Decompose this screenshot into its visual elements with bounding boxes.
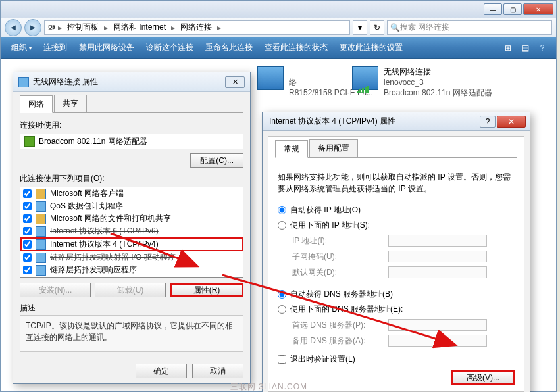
- tab-sharing[interactable]: 共享: [54, 95, 87, 112]
- search-input[interactable]: 🔍 搜索 网络连接: [387, 20, 552, 35]
- nav-forward-button[interactable]: ►: [24, 19, 41, 36]
- tabs: 常规 备用配置: [275, 139, 517, 158]
- tab-network[interactable]: 网络: [20, 95, 53, 113]
- nav-back-button[interactable]: ◄: [5, 19, 22, 36]
- mask-input[interactable]: [388, 251, 487, 262]
- service-icon: [36, 214, 46, 224]
- radio-label: 使用下面的 DNS 服务器地址(E):: [290, 304, 403, 315]
- cmd-organize[interactable]: 组织▾: [7, 39, 36, 56]
- ipv4-properties-dialog: Internet 协议版本 4 (TCP/IPv4) 属性 ? ✕ 常规 备用配…: [262, 112, 530, 392]
- item-checkbox[interactable]: [23, 189, 32, 198]
- protocol-icon: [36, 226, 46, 237]
- dialog-close-button[interactable]: ✕: [497, 116, 526, 128]
- field-label: 默认网关(D):: [292, 267, 384, 278]
- ip-input[interactable]: [388, 235, 487, 247]
- dialog-footer: 确定 取消: [13, 358, 250, 383]
- radio-input[interactable]: [278, 290, 286, 299]
- list-item[interactable]: QoS 数据包计划程序: [20, 200, 243, 212]
- layout-icon[interactable]: ▤: [518, 41, 532, 55]
- refresh-button[interactable]: ↻: [370, 20, 384, 35]
- dropdown-history-button[interactable]: ▾: [353, 20, 367, 35]
- list-item[interactable]: Microsoft 网络客户端: [20, 187, 243, 200]
- advanced-button[interactable]: 高级(V)...: [451, 370, 515, 385]
- dialog-title-bar: Internet 协议版本 4 (TCP/IPv4) 属性 ? ✕: [263, 112, 530, 131]
- item-checkbox[interactable]: [23, 266, 32, 274]
- configure-button[interactable]: 配置(C)...: [190, 153, 243, 168]
- network-adapter-icon: [257, 66, 284, 90]
- close-button[interactable]: ✕: [523, 3, 553, 15]
- item-label: 链路层拓扑发现响应程序: [50, 264, 137, 276]
- connect-using-label: 连接时使用:: [20, 120, 243, 131]
- radio-input[interactable]: [278, 305, 286, 314]
- dialog-title: Internet 协议版本 4 (TCP/IPv4) 属性: [267, 116, 480, 127]
- list-item[interactable]: Internet 协议版本 6 (TCP/IPv6): [20, 225, 243, 237]
- uninstall-button[interactable]: 卸载(U): [95, 283, 166, 297]
- item-checkbox[interactable]: [23, 253, 32, 262]
- tab-general[interactable]: 常规: [275, 140, 308, 158]
- cmd-change-settings[interactable]: 更改此连接的设置: [336, 39, 407, 56]
- dns1-input[interactable]: [388, 319, 487, 331]
- item-label: 链路层拓扑发现映射器 I/O 驱动程序: [50, 252, 176, 263]
- breadcrumb-icon: 🖳: [47, 23, 55, 32]
- adapter-properties-dialog: 无线网络连接 属性 ✕ 网络 共享 连接时使用: Broadcom 802.11…: [13, 72, 251, 384]
- item-checkbox[interactable]: [23, 227, 32, 235]
- help-button[interactable]: ?: [480, 116, 496, 128]
- protocol-icon: [36, 265, 46, 276]
- item-buttons: 安装(N)... 卸载(U) 属性(R): [20, 283, 243, 297]
- cmd-disable[interactable]: 禁用此网络设备: [75, 39, 138, 56]
- radio-auto-ip[interactable]: 自动获得 IP 地址(O): [275, 203, 517, 218]
- list-item[interactable]: Microsoft 网络的文件和打印机共享: [20, 212, 243, 225]
- protocol-icon: [36, 239, 46, 250]
- list-item-ipv4[interactable]: Internet 协议版本 4 (TCP/IPv4): [20, 237, 243, 251]
- cancel-button[interactable]: 取消: [192, 364, 243, 378]
- view-icon[interactable]: ⊞: [501, 41, 515, 55]
- items-listbox[interactable]: Microsoft 网络客户端 QoS 数据包计划程序 Microsoft 网络…: [20, 187, 243, 278]
- preferred-dns-field: 首选 DNS 服务器(P):: [275, 317, 517, 333]
- gateway-input[interactable]: [388, 266, 487, 278]
- tabs: 网络 共享: [20, 95, 243, 113]
- adapter-field: Broadcom 802.11n 网络适配器: [20, 134, 243, 149]
- nic-icon: [24, 136, 35, 147]
- subnet-mask-field: 子网掩码(U):: [275, 249, 517, 264]
- help-icon[interactable]: ?: [535, 41, 549, 55]
- client-icon: [36, 189, 46, 199]
- crumb-2[interactable]: 网络和 Internet: [111, 22, 168, 33]
- list-item[interactable]: 链路层拓扑发现映射器 I/O 驱动程序: [20, 251, 243, 264]
- crumb-1[interactable]: 控制面板: [64, 22, 101, 33]
- radio-manual-ip[interactable]: 使用下面的 IP 地址(S):: [275, 218, 517, 233]
- list-item[interactable]: 链路层拓扑发现响应程序: [20, 264, 243, 276]
- crumb-3[interactable]: 网络连接: [178, 22, 215, 33]
- maximize-button[interactable]: ▢: [503, 3, 522, 15]
- item-checkbox[interactable]: [23, 240, 32, 249]
- cmd-diagnose[interactable]: 诊断这个连接: [142, 39, 197, 56]
- radio-input[interactable]: [278, 206, 286, 214]
- radio-manual-dns[interactable]: 使用下面的 DNS 服务器地址(E):: [275, 302, 517, 317]
- radio-auto-dns[interactable]: 自动获得 DNS 服务器地址(B): [275, 287, 517, 302]
- chevron-right-icon: ▸: [217, 23, 221, 32]
- properties-button[interactable]: 属性(R): [170, 283, 243, 297]
- ok-button[interactable]: 确定: [136, 364, 187, 378]
- cmd-view-status[interactable]: 查看此连接的状态: [261, 39, 332, 56]
- dialog-close-button[interactable]: ✕: [225, 76, 245, 88]
- breadcrumb[interactable]: 🖳 ▸ 控制面板 ▸ 网络和 Internet ▸ 网络连接 ▸: [44, 20, 350, 35]
- item-label: Microsoft 网络客户端: [50, 188, 124, 199]
- service-icon: [36, 201, 46, 212]
- network-item-wifi[interactable]: 无线网络连接 lenovocc_3 Broadcom 802.11n 网络适配器: [352, 66, 492, 99]
- chevron-right-icon: ▸: [171, 23, 175, 32]
- dns2-input[interactable]: [388, 335, 487, 347]
- items-label: 此连接使用下列项目(O):: [20, 173, 243, 184]
- radio-input[interactable]: [278, 221, 286, 230]
- net-name: 无线网络连接: [384, 66, 492, 77]
- cmd-connect-to[interactable]: 连接到: [39, 39, 71, 56]
- install-button[interactable]: 安装(N)...: [20, 283, 91, 297]
- item-checkbox[interactable]: [23, 214, 32, 223]
- validate-on-exit[interactable]: 退出时验证设置(L): [275, 349, 517, 370]
- info-text: 如果网络支持此功能，则可以获取自动指派的 IP 设置。否则，您需要从网络系统管理…: [275, 164, 517, 203]
- tab-alternate[interactable]: 备用配置: [309, 139, 358, 157]
- minimize-button[interactable]: —: [484, 3, 502, 15]
- field-label: 首选 DNS 服务器(P):: [292, 320, 384, 331]
- desc-label: 描述: [20, 303, 243, 314]
- cmd-rename[interactable]: 重命名此连接: [201, 39, 257, 56]
- item-checkbox[interactable]: [23, 202, 32, 210]
- checkbox-input[interactable]: [278, 355, 286, 364]
